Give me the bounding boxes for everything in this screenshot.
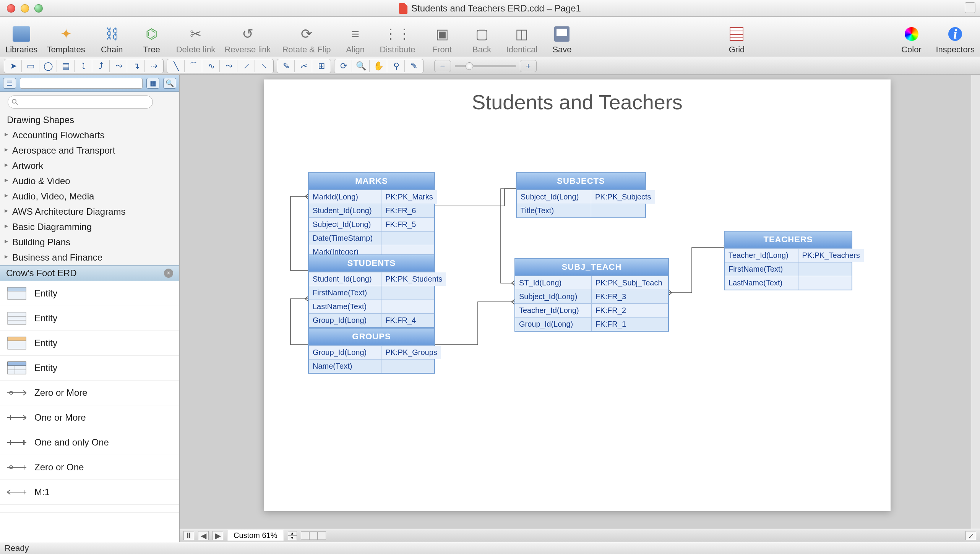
refresh-tool[interactable]: ⟳ — [335, 60, 352, 72]
category-item[interactable]: Aerospace and Transport — [0, 143, 179, 158]
line-tool-4[interactable]: ⤳ — [221, 60, 237, 72]
entity-cell: Teacher_Id(Long) — [725, 249, 798, 262]
shape-item[interactable]: Entity — [0, 331, 179, 356]
color-icon — [905, 27, 918, 41]
zoom-level-display[interactable]: Custom 61% — [227, 530, 284, 541]
pointer-tool[interactable]: ➤ — [5, 60, 22, 72]
chain-button[interactable]: ⛓ Chain — [97, 24, 127, 55]
drawing-shapes-header[interactable]: Drawing Shapes — [0, 112, 179, 128]
align-button: ≡ Align — [340, 24, 371, 55]
category-item[interactable]: Accounting Flowcharts — [0, 128, 179, 143]
toolbar-expand-button[interactable] — [965, 2, 975, 13]
edit-tool-1[interactable]: ✎ — [278, 60, 295, 72]
line-tool-5[interactable]: ⟋ — [238, 60, 255, 72]
connector-tool-5[interactable]: ⇢ — [146, 60, 162, 72]
page-view-buttons[interactable] — [301, 531, 326, 540]
sidebar-mode-button[interactable]: ☰ — [3, 78, 16, 89]
shape-item[interactable]: Zero or More — [0, 381, 179, 405]
view-tools: ⟳ 🔍 ✋ ⚲ ✎ — [334, 59, 423, 73]
pan-tool[interactable]: ✋ — [370, 60, 387, 72]
category-item[interactable]: Artwork — [0, 158, 179, 173]
entity-cell: LastName(Text) — [309, 300, 381, 313]
inspectors-button[interactable]: i Inspectors — [936, 24, 975, 55]
entity-cell: Group_Id(Long) — [309, 314, 381, 327]
ellipse-tool[interactable]: ◯ — [40, 60, 57, 72]
expand-view-button[interactable]: ⤢ — [965, 531, 976, 540]
diagram-title: Students and Teachers — [264, 90, 891, 114]
entity-cell — [381, 232, 434, 245]
libraries-button[interactable]: Libraries — [5, 24, 37, 55]
page-nav-next[interactable]: ▶ — [213, 531, 223, 540]
entity-teachers[interactable]: TEACHERS Teacher_Id(Long)PK:PK_Teachers … — [724, 231, 852, 290]
close-category-button[interactable]: × — [164, 269, 173, 278]
category-item[interactable]: Audio, Video, Media — [0, 189, 179, 204]
category-item[interactable]: Audio & Video — [0, 173, 179, 189]
tree-button[interactable]: ⌬ Tree — [136, 24, 167, 55]
shape-item[interactable] — [0, 505, 179, 513]
connector-tool-2[interactable]: ⤴ — [93, 60, 110, 72]
entity-cell: PK:PK_Subjects — [591, 190, 655, 204]
sidebar-search-button[interactable]: 🔍 — [163, 78, 176, 89]
line-tool-3[interactable]: ∿ — [203, 60, 220, 72]
edit-tool-2[interactable]: ✂ — [295, 60, 312, 72]
entity-cell: LastName(Text) — [725, 276, 798, 290]
sidebar-grid-view-button[interactable]: ▦ — [146, 78, 159, 89]
rotate-flip-icon: ⟳ — [297, 24, 316, 44]
entity-groups[interactable]: GROUPS Group_Id(Long)PK:PK_Groups Name(T… — [308, 328, 435, 374]
entity-marks[interactable]: MARKS MarkId(Long)PK:PK_Marks Student_Id… — [308, 172, 435, 259]
templates-button[interactable]: Templates — [47, 24, 85, 55]
entity-cell: Subject_Id(Long) — [309, 218, 381, 231]
entity-subjects[interactable]: SUBJECTS Subject_Id(Long)PK:PK_Subjects … — [516, 172, 646, 218]
save-button[interactable]: Save — [547, 24, 577, 55]
line-tool-1[interactable]: ╲ — [168, 60, 185, 72]
color-button[interactable]: Color — [896, 24, 927, 55]
entity-cell: PK:PK_Marks — [381, 190, 436, 204]
grid-button[interactable]: Grid — [721, 24, 752, 55]
category-item[interactable]: Building Plans — [0, 235, 179, 250]
shape-item[interactable]: Zero or One — [0, 455, 179, 480]
vertical-scrollbar[interactable] — [971, 75, 980, 529]
zoom-slider[interactable] — [455, 65, 516, 67]
shape-item[interactable]: Entity — [0, 306, 179, 331]
svg-rect-1 — [8, 287, 26, 291]
shape-item[interactable]: Entity — [0, 281, 179, 306]
category-item[interactable]: Basic Diagramming — [0, 219, 179, 235]
connector-tool-4[interactable]: ↴ — [128, 60, 145, 72]
category-item[interactable]: Business and Finance — [0, 250, 179, 265]
zoom-stepper[interactable]: ▲▼ — [288, 531, 297, 540]
entity-students[interactable]: STUDENTS Student_Id(Long)PK:PK_Students … — [308, 254, 435, 328]
zoom-slider-knob[interactable] — [466, 62, 473, 70]
connector-tool-3[interactable]: ⤳ — [110, 60, 127, 72]
eyedropper-tool[interactable]: ⚲ — [388, 60, 405, 72]
entity-cell: Student_Id(Long) — [309, 272, 381, 286]
drawing-page[interactable]: Students and Teachers — [264, 79, 891, 511]
one-or-more-icon — [6, 409, 28, 426]
shape-search-input[interactable] — [8, 96, 153, 109]
zoom-tool[interactable]: 🔍 — [353, 60, 370, 72]
rectangle-tool[interactable]: ▭ — [23, 60, 39, 72]
shape-item[interactable]: One or More — [0, 405, 179, 430]
entity-subj-teach[interactable]: SUBJ_TEACH ST_Id(Long)PK:PK_Subj_Teach S… — [514, 258, 669, 332]
page-nav-prev[interactable]: ◀ — [198, 531, 209, 540]
sidebar-filter-input[interactable] — [20, 78, 143, 89]
close-window-button[interactable] — [7, 4, 15, 13]
zoom-window-button[interactable] — [34, 4, 43, 13]
shape-item[interactable]: Entity — [0, 356, 179, 381]
format-painter-tool[interactable]: ✎ — [406, 60, 422, 72]
minimize-window-button[interactable] — [21, 4, 29, 13]
category-item[interactable]: AWS Architecture Diagrams — [0, 204, 179, 219]
page-nav-pause[interactable]: ⏸ — [183, 531, 194, 540]
canvas[interactable]: Students and Teachers — [180, 75, 980, 542]
connector-tool-1[interactable]: ⤵ — [75, 60, 92, 72]
line-tool-2[interactable]: ⌒ — [185, 60, 202, 72]
zoom-in-button[interactable]: + — [520, 60, 537, 72]
shape-item[interactable]: M:1 — [0, 480, 179, 505]
selected-category[interactable]: Crow's Foot ERD × — [0, 265, 179, 281]
text-tool[interactable]: ▤ — [58, 60, 75, 72]
window-title: Students and Teachers ERD.cdd – Page1 — [399, 3, 581, 14]
entity-cell — [798, 276, 852, 290]
edit-tool-3[interactable]: ⊞ — [313, 60, 330, 72]
shape-item[interactable]: One and only One — [0, 430, 179, 455]
zoom-out-button[interactable]: − — [434, 60, 451, 72]
line-tool-6[interactable]: ⟍ — [256, 60, 273, 72]
